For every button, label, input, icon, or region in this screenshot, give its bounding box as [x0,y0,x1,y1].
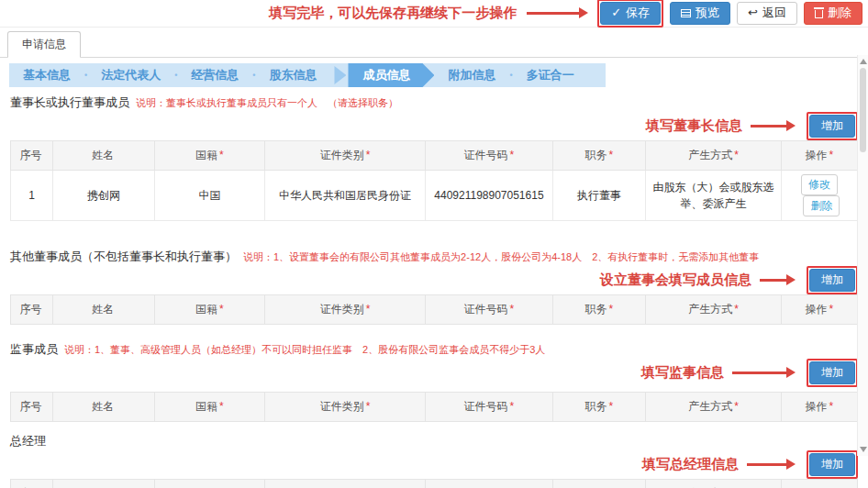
table-header-row: 序号 姓名 国籍* 证件类别* 证件号码* 职位* 产生方式* 操作* [11,480,858,488]
annotation-arrow-right-icon [747,463,787,466]
cell-operation: 修改删除 [781,171,857,221]
col-header-origin: 产生方式* [646,393,782,422]
col-header-id-type: 证件类别* [264,393,425,422]
section-chairman-title: 董事长或执行董事成员 说明：董事长或执行董事成员只有一个人 （请选择职务） [10,94,858,111]
table-chairman: 序号 姓名 国籍* 证件类别* 证件号码* 职务* 产生方式* 操作* 1 携创… [10,140,858,221]
col-header-name: 姓名 [53,295,155,325]
scroll-down-icon[interactable] [860,447,867,452]
annotation-arrow-right-icon [751,125,787,128]
add-manager-button[interactable]: 增加 [809,453,855,476]
col-header-nationality: 国籍* [154,295,264,325]
table-row: 1 携创网 中国 中华人民共和国居民身份证 440921198907051615… [11,171,858,221]
tab-application-info[interactable]: 申请信息 [7,31,81,58]
step-wizard: 基本信息 • 法定代表人 • 经营信息 • 股东信息 成员信息 附加信息 • 多… [9,63,606,87]
add-director-highlight: 增加 [807,266,858,294]
general-manager-annotation: 填写总经理信息 [642,456,739,473]
section-general-manager-title: 总经理 [10,433,858,449]
table-other-directors: 序号 姓名 国籍* 证件类别* 证件号码* 职务* 产生方式* 操作* [10,294,858,325]
col-header-id-type: 证件类别* [264,480,425,488]
table-general-manager: 序号 姓名 国籍* 证件类别* 证件号码* 职位* 产生方式* 操作* [10,479,858,488]
col-header-operation: 操作* [781,141,857,171]
step-member-info-active[interactable]: 成员信息 [348,63,434,87]
col-header-name: 姓名 [53,393,155,422]
col-header-id-type: 证件类别* [264,295,425,325]
col-header-nationality: 国籍* [154,141,264,171]
table-header-row: 序号 姓名 国籍* 证件类别* 证件号码* 职务* 产生方式* 操作* [11,141,858,171]
add-chairman-highlight: 增加 [807,112,858,140]
annotation-arrow-right-icon [760,279,787,282]
chairman-annotation-row: 填写董事长信息 增加 [10,112,858,139]
section-other-directors-title: 其他董事成员（不包括董事长和执行董事） 说明：1、设置董事会的有限公司其他董事成… [10,249,858,265]
section-supervisors-note: 说明：1、董事、高级管理人员（如总经理）不可以同时担任监事 2、股份有限公司监事… [64,343,545,357]
chairman-annotation: 填写董事长信息 [646,117,742,135]
other-directors-annotation: 设立董事会填写成员信息 [600,272,751,289]
vertical-scrollbar[interactable] [857,55,868,456]
tab-bar: 申请信息 [0,28,868,58]
save-button[interactable]: ✓保存 [600,2,661,24]
edit-row-button[interactable]: 修改 [801,174,838,195]
col-header-post: 职位* [552,480,646,488]
add-supervisor-button[interactable]: 增加 [809,361,855,384]
list-icon [681,9,691,17]
table-supervisors: 序号 姓名 国籍* 证件类别* 证件号码* 职务* 产生方式* 操作* [10,392,858,422]
col-header-id-number: 证件号码* [426,141,552,171]
general-manager-annotation-row: 填写总经理信息 增加 [10,450,858,478]
preview-button[interactable]: 预览 [670,2,730,24]
col-header-operation: 操作* [781,393,857,422]
add-director-button[interactable]: 增加 [809,269,855,292]
step-shareholder-info[interactable]: 股东信息 [255,63,330,87]
add-chairman-button[interactable]: 增加 [809,115,855,138]
toolbar-annotation: 填写完毕，可以先保存再继续下一步操作 [269,5,517,22]
col-header-operation: 操作* [781,295,857,325]
delete-row-button[interactable]: 删除 [803,195,840,216]
cell-index: 1 [11,171,53,221]
scroll-up-icon[interactable] [860,59,867,64]
table-header-row: 序号 姓名 国籍* 证件类别* 证件号码* 职务* 产生方式* 操作* [11,393,858,422]
form-content: 董事长或执行董事成员 说明：董事长或执行董事成员只有一个人 （请选择职务） 填写… [0,94,868,488]
col-header-origin: 产生方式* [646,295,782,325]
col-header-position: 职务* [552,393,646,422]
col-header-nationality: 国籍* [154,393,264,422]
col-header-id-number: 证件号码* [426,480,552,488]
section-other-directors-note: 说明：1、设置董事会的有限公司其他董事成员为2-12人，股份公司为4-18人 2… [243,250,759,264]
col-header-origin: 产生方式* [646,480,782,488]
step-basic-info[interactable]: 基本信息 [9,63,84,87]
step-multi-cert[interactable]: 多证合一 [513,63,588,87]
add-manager-highlight: 增加 [807,450,858,479]
step-legal-representative[interactable]: 法定代表人 [87,63,174,87]
step-business-info[interactable]: 经营信息 [177,63,252,87]
cell-name: 携创网 [53,171,155,221]
annotation-arrow-right-icon [732,372,787,374]
cell-id-type: 中华人民共和国居民身份证 [264,171,425,221]
col-header-id-number: 证件号码* [426,393,552,422]
annotation-arrow-right-icon [527,12,580,15]
trash-icon [815,10,823,18]
scrollbar-thumb[interactable] [860,68,866,152]
col-header-position: 职务* [552,141,646,171]
col-header-index: 序号 [11,480,53,488]
back-button[interactable]: ↩返回 [737,2,797,24]
section-chairman-note: 说明：董事长或执行董事成员只有一个人 （请选择职务） [136,96,398,110]
check-icon: ✓ [611,6,621,19]
cell-origin: 由股东（大）会或股东选举、委派产生 [646,171,782,221]
add-supervisor-highlight: 增加 [807,359,858,387]
col-header-operation: 操作* [781,480,857,488]
step-additional-info[interactable]: 附加信息 [434,63,509,87]
col-header-id-number: 证件号码* [426,295,552,325]
col-header-name: 姓名 [53,480,155,488]
step-chevron-icon [334,66,346,84]
col-header-nationality: 国籍* [154,480,264,488]
col-header-index: 序号 [11,393,53,422]
col-header-position: 职务* [552,295,646,325]
col-header-origin: 产生方式* [646,141,782,171]
cell-nationality: 中国 [154,171,264,221]
save-button-highlight: ✓保存 [597,0,663,28]
delete-button[interactable]: 删除 [804,2,862,24]
col-header-index: 序号 [11,141,53,171]
cell-position: 执行董事 [552,171,646,221]
col-header-name: 姓名 [53,141,155,171]
col-header-index: 序号 [11,295,53,325]
section-supervisors-title: 监事成员 说明：1、董事、高级管理人员（如总经理）不可以同时担任监事 2、股份有… [10,341,858,358]
cell-id-number: 440921198907051615 [426,171,552,221]
other-directors-annotation-row: 设立董事会填写成员信息 增加 [10,266,858,294]
